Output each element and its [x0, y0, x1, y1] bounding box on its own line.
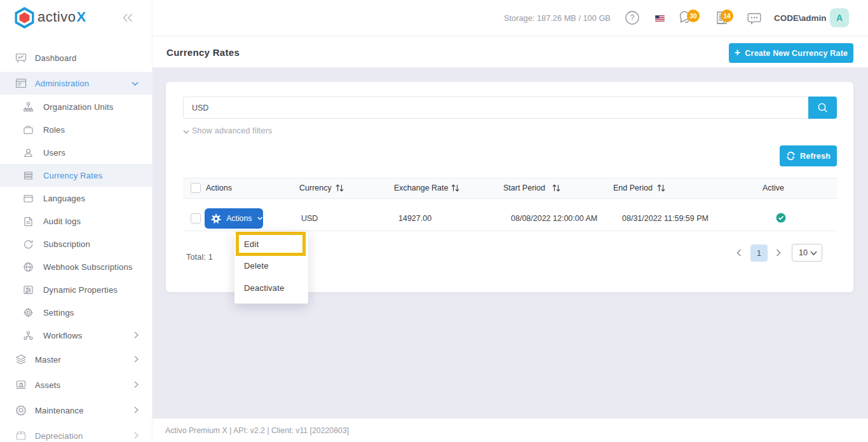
svg-text:?: ?: [630, 13, 635, 22]
